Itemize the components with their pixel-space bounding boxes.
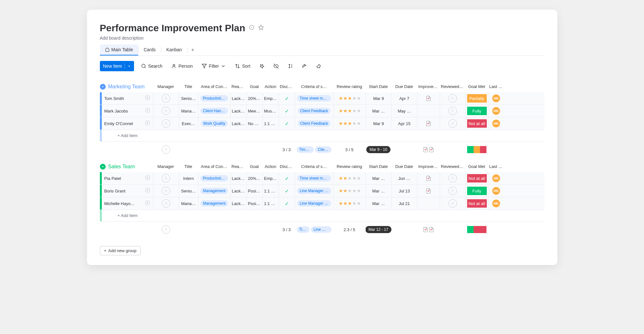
due-date-cell[interactable]: Jul 21 xyxy=(391,197,417,210)
star-icon[interactable]: ★ xyxy=(343,201,347,206)
title-cell[interactable]: Intern xyxy=(179,172,198,184)
improvement-cell[interactable] xyxy=(417,197,440,210)
item-name[interactable]: Michelle Hayo… xyxy=(104,201,145,206)
manager-cell[interactable] xyxy=(153,117,179,130)
col-header-improve[interactable]: Improvem… xyxy=(417,161,440,172)
board-description[interactable]: Add board description xyxy=(100,35,544,41)
discussed-cell[interactable]: ✓ xyxy=(279,185,295,197)
star-icon[interactable]: ★ xyxy=(357,121,361,126)
col-header-due[interactable]: Due Date xyxy=(391,161,417,172)
star-icon[interactable]: ★ xyxy=(348,175,352,181)
improvement-cell[interactable] xyxy=(417,172,440,184)
star-icon[interactable] xyxy=(258,25,264,32)
reviewed-by-cell[interactable] xyxy=(440,117,466,130)
add-item-row[interactable]: + Add Item xyxy=(100,130,544,142)
area-cell[interactable]: Management xyxy=(198,185,230,197)
table-row[interactable]: Pia Patel InternProductivity & Mo…Lack …… xyxy=(100,172,544,185)
col-header-goal[interactable]: Goal xyxy=(246,81,263,92)
item-name[interactable]: Boris Grant xyxy=(104,189,145,193)
col-header-discuss[interactable]: Discu… xyxy=(279,161,295,172)
item-name[interactable]: Pia Patel xyxy=(104,176,145,181)
col-header-lastup[interactable]: Last Up xyxy=(488,81,504,92)
area-cell[interactable]: Client Handling xyxy=(198,105,230,117)
goal-met-cell[interactable]: Fully xyxy=(466,105,488,117)
criteria-cell[interactable]: Line Manager sati… xyxy=(295,197,333,210)
star-icon[interactable]: ★ xyxy=(352,108,356,114)
goal-cell[interactable]: Positi… xyxy=(246,185,263,197)
col-header-rating[interactable]: Review rating xyxy=(333,81,366,92)
star-icon[interactable]: ★ xyxy=(348,188,352,194)
star-icon[interactable]: ★ xyxy=(348,95,352,101)
col-header-manager[interactable]: Manager xyxy=(153,81,179,92)
col-header-improve[interactable]: Improvem… xyxy=(417,81,440,92)
due-date-cell[interactable]: Apr 15 xyxy=(391,117,417,130)
reason-cell[interactable]: Lack … xyxy=(230,197,246,210)
col-header-start[interactable]: Start Date xyxy=(366,81,391,92)
start-date-cell[interactable]: Mar … xyxy=(366,172,391,184)
reviewed-by-cell[interactable] xyxy=(440,185,466,197)
col-header-reviewed[interactable]: Reviewed by xyxy=(440,81,466,92)
table-row[interactable]: Emily O'Connel Exec…Work QualityLack …No… xyxy=(100,117,544,130)
col-header-manager[interactable]: Manager xyxy=(153,161,179,172)
hide-button[interactable] xyxy=(272,62,281,70)
discussed-cell[interactable]: ✓ xyxy=(279,197,295,210)
last-updated-cell[interactable]: HK xyxy=(488,185,504,197)
col-header-discuss[interactable]: Discu… xyxy=(279,81,295,92)
action-cell[interactable]: 1:1 m… xyxy=(263,185,279,197)
action-cell[interactable]: Must … xyxy=(263,105,279,117)
action-cell[interactable]: Empl… xyxy=(263,92,279,104)
start-date-cell[interactable]: Mar 9 xyxy=(366,117,391,130)
discussed-cell[interactable]: ✓ xyxy=(279,117,295,130)
action-cell[interactable]: 1:1 m… xyxy=(263,117,279,130)
star-icon[interactable]: ★ xyxy=(339,175,343,181)
info-icon[interactable] xyxy=(249,25,254,31)
star-icon[interactable]: ★ xyxy=(339,108,343,114)
col-header-criteria[interactable]: Criteria of s… xyxy=(295,81,333,92)
col-header-goal[interactable]: Goal xyxy=(246,161,263,172)
star-icon[interactable]: ★ xyxy=(352,95,356,101)
improvement-cell[interactable] xyxy=(417,185,440,197)
area-cell[interactable]: Productivity & Mo… xyxy=(198,172,230,184)
add-item-row[interactable]: + Add Item xyxy=(100,210,544,221)
sort-button[interactable]: Sort xyxy=(233,62,252,70)
star-icon[interactable]: ★ xyxy=(348,108,352,114)
start-date-cell[interactable]: Mar 9 xyxy=(366,92,391,104)
title-cell[interactable]: Mana… xyxy=(179,105,198,117)
tab-cards[interactable]: Cards xyxy=(139,44,161,55)
conversation-icon[interactable] xyxy=(145,187,150,194)
col-header-criteria[interactable]: Criteria of s… xyxy=(295,161,333,172)
start-date-cell[interactable]: Mar … xyxy=(366,105,391,117)
tab-main-table[interactable]: Main Table xyxy=(100,44,138,55)
last-updated-cell[interactable]: HK xyxy=(488,172,504,184)
improvement-cell[interactable] xyxy=(417,92,440,104)
col-header-due[interactable]: Due Date xyxy=(391,81,417,92)
col-header-goalmet[interactable]: Goal Met xyxy=(466,81,488,92)
star-icon[interactable]: ★ xyxy=(343,121,347,126)
rating-cell[interactable]: ★★★★★ xyxy=(333,92,366,104)
star-icon[interactable]: ★ xyxy=(352,188,356,194)
conversation-icon[interactable] xyxy=(145,175,150,182)
discussed-cell[interactable]: ✓ xyxy=(279,172,295,184)
pin-button[interactable] xyxy=(257,62,266,70)
due-date-cell[interactable]: May … xyxy=(391,105,417,117)
area-cell[interactable]: Management xyxy=(198,197,230,210)
manager-cell[interactable] xyxy=(153,172,179,184)
area-cell[interactable]: Productivity & Mo… xyxy=(198,92,230,104)
group-name[interactable]: Sales Team xyxy=(108,164,135,170)
last-updated-cell[interactable]: HK xyxy=(488,117,504,130)
goal-met-cell[interactable]: Not at all xyxy=(466,172,488,184)
rating-cell[interactable]: ★★★★★ xyxy=(333,117,366,130)
collapse-icon[interactable] xyxy=(100,84,106,90)
reviewed-by-cell[interactable] xyxy=(440,92,466,104)
due-date-cell[interactable]: Jul 13 xyxy=(391,185,417,197)
collapse-icon[interactable] xyxy=(100,164,106,170)
col-header-action[interactable]: Action xyxy=(263,161,279,172)
star-icon[interactable]: ★ xyxy=(352,121,356,126)
col-header-rating[interactable]: Review rating xyxy=(333,161,366,172)
discussed-cell[interactable]: ✓ xyxy=(279,92,295,104)
star-icon[interactable]: ★ xyxy=(339,121,343,126)
due-date-cell[interactable]: Apr 7 xyxy=(391,92,417,104)
person-filter-button[interactable]: Person xyxy=(169,62,195,70)
star-icon[interactable]: ★ xyxy=(352,175,356,181)
board-title[interactable]: Performance Improvement Plan xyxy=(100,23,245,34)
